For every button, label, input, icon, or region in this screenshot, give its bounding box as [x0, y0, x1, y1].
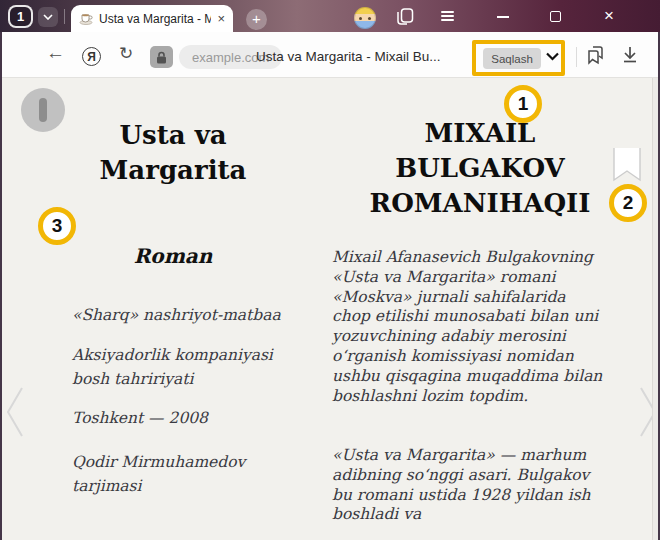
book-subtitle: Roman: [45, 244, 301, 268]
coffee-cup-favicon: [79, 12, 93, 25]
profile-avatar[interactable]: [354, 7, 376, 29]
annotation-highlight-box: [472, 40, 565, 76]
annotation-badge-2: 2: [609, 184, 647, 222]
collections-icon[interactable]: [585, 45, 607, 66]
imprint-line: Toshkent — 2008: [72, 406, 310, 430]
new-tab-button[interactable]: +: [246, 9, 267, 30]
window-close-button[interactable]: ×: [602, 6, 616, 26]
annotation-badge-1: 1: [504, 85, 542, 123]
next-page-arrow[interactable]: [637, 384, 653, 440]
chapter-title-line: BULGAKOV: [330, 151, 630, 186]
menu-icon[interactable]: [441, 11, 454, 21]
browser-tab[interactable]: Usta va Margarita - Mixa ×: [71, 5, 233, 32]
chapter-title: MIXAIL BULGAKOV ROMANIHAQII: [330, 116, 630, 221]
yandex-logo-icon[interactable]: Я: [82, 47, 101, 66]
panels-icon[interactable]: [396, 8, 414, 25]
tab-counter-button[interactable]: 1: [8, 5, 33, 28]
refresh-button[interactable]: ↻: [119, 43, 133, 64]
body-paragraph: Mixail Afanasevich Bulgakovning «Usta va…: [332, 248, 608, 406]
site-security-chip[interactable]: [150, 46, 173, 68]
imprint-line: «Sharq» nashriyot-matbaa: [72, 303, 310, 327]
back-button[interactable]: ←: [46, 42, 65, 64]
toolbar-separator: [576, 47, 577, 67]
download-icon[interactable]: [619, 44, 641, 66]
imprint-line: Aksiyadorlik kompaniyasi bosh tahririyat…: [72, 343, 310, 391]
tab-title: Usta va Margarita - Mixa: [99, 12, 211, 26]
book-title-line: Margarita: [45, 153, 301, 188]
address-page-title: Usta va Margarita - Mixail Bu...: [256, 49, 441, 64]
imprint-line: Qodir Mirmuhamedov tarjimasi: [72, 450, 310, 498]
chevron-down-icon: [43, 14, 53, 20]
titlebar-separator: [64, 9, 65, 24]
ribbon-marker-icon: [612, 148, 642, 186]
prev-page-arrow[interactable]: [4, 384, 26, 440]
book-title-line: Usta va: [45, 118, 301, 153]
chapter-title-line: ROMANIHAQII: [330, 186, 630, 221]
tab-close-icon[interactable]: ×: [217, 12, 225, 25]
page-content: Usta va Margarita Roman «Sharq» nashriyo…: [2, 78, 653, 540]
tab-list-chevron-button[interactable]: [38, 7, 58, 27]
maximize-button[interactable]: [550, 11, 561, 22]
lock-icon: [156, 51, 167, 64]
book-title: Usta va Margarita: [45, 118, 301, 188]
body-paragraph: «Usta va Margarita» — marhum adibning so…: [332, 446, 608, 525]
annotation-badge-3: 3: [38, 207, 76, 245]
toolbar: ← Я ↻ example.com Usta va Margarita - Mi…: [2, 32, 658, 78]
chapter-title-line: MIXAIL: [330, 116, 630, 151]
minimize-button[interactable]: [497, 16, 509, 18]
titlebar: 1 Usta va Margarita - Mixa × + ×: [0, 0, 660, 32]
window-border: [0, 32, 2, 540]
